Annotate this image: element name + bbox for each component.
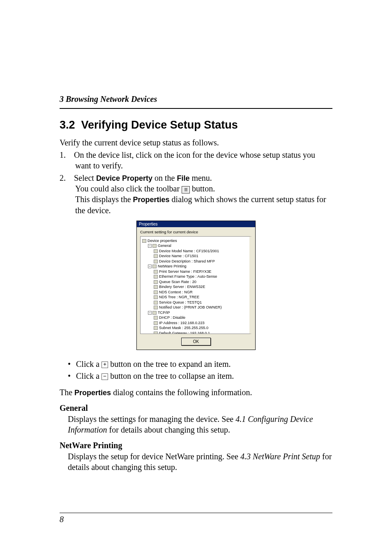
user-icon — [154, 306, 158, 309]
tree-icon-leaf — [154, 290, 158, 294]
tree-item[interactable]: Default Gateway : 192.168.0.1 — [154, 331, 249, 334]
header-rule — [60, 108, 332, 109]
tree-item[interactable]: NDS Context : NGR — [154, 290, 249, 295]
collapse-icon[interactable]: − — [148, 265, 152, 268]
tree-item[interactable]: Bindery Server : ENWS32E — [154, 284, 249, 290]
menu-name: File — [177, 174, 189, 182]
tree-item[interactable]: Device Name : CF1501 — [154, 253, 249, 259]
minus-icon: − — [101, 373, 108, 380]
toolbar-properties-icon: ☰ — [182, 186, 190, 193]
step-2: 2. Select Device Property on the File me… — [60, 173, 332, 216]
tree-item[interactable]: Queue Scan Rate : 20 — [154, 279, 249, 285]
box-icon — [154, 321, 158, 325]
tree-item[interactable]: Print Server Name : FIERYX3E — [154, 269, 249, 274]
ok-button[interactable]: OK — [181, 338, 211, 345]
intro-text: Verify the current device setup status a… — [60, 137, 332, 148]
queue-icon — [154, 301, 158, 304]
dialog-name: Properties — [74, 389, 111, 397]
tree-icon-leaf — [154, 295, 158, 299]
tree-item[interactable]: Notified User : (PRINT JOB OWNER) — [154, 305, 249, 310]
box-icon — [154, 326, 158, 330]
dialog-name: Properties — [133, 196, 170, 204]
general-body: Displays the settings for managing the d… — [68, 414, 332, 435]
tree-netware[interactable]: −NetWare Printing Print Server Name : FI… — [148, 264, 249, 310]
bullet-collapse: Click a − button on the tree to collapse… — [60, 370, 332, 382]
box-icon — [154, 316, 158, 320]
tree-item[interactable]: Device Model Name : CF1501/2001 — [154, 249, 249, 254]
plus-icon: + — [101, 362, 108, 368]
bullet-expand: Click a + button on the tree to expand a… — [60, 358, 332, 370]
step-number: 1. — [60, 150, 66, 159]
step-text: On the device list, click on the icon fo… — [74, 150, 315, 170]
clock-icon — [154, 280, 158, 284]
tree-item[interactable]: Service Queue : TESTQ1 — [154, 300, 249, 305]
general-heading: General — [60, 403, 332, 413]
page-number: 8 — [60, 513, 332, 524]
tree-item[interactable]: IP Address : 192.168.0.223 — [154, 320, 249, 326]
dialog-titlebar: Properties — [137, 221, 255, 227]
tree-root[interactable]: Device properties −General Device Model … — [142, 238, 249, 334]
tree-item[interactable]: Ethernet Frame Type : Auto-Sense — [154, 274, 249, 279]
running-header: 3 Browsing Network Devices — [60, 94, 332, 104]
server-icon — [154, 285, 158, 289]
tree-item[interactable]: Subnet Mask : 255.255.255.0 — [154, 325, 249, 331]
section-heading: Verifying Device Setup Status — [81, 119, 238, 131]
tree-tcpip[interactable]: −TCP/IP DHCP : Disable IP Address : 192.… — [148, 310, 249, 334]
section-title: 3.2 Verifying Device Setup Status — [60, 119, 332, 131]
info-line: The Properties dialog contains the follo… — [60, 387, 332, 398]
tree-item[interactable]: NDS Tree : NGR_TREE — [154, 295, 249, 300]
tree-item[interactable]: DHCP : Disable — [154, 315, 249, 320]
doc-icon — [142, 239, 146, 243]
properties-dialog-screenshot: Properties Current setting for current d… — [60, 221, 332, 350]
route-icon — [154, 332, 158, 334]
netware-heading: NetWare Printing — [60, 441, 332, 450]
netware-body: Displays the setup for device NetWare pr… — [68, 451, 332, 472]
printer-icon — [154, 270, 158, 274]
collapse-icon[interactable]: − — [148, 311, 152, 315]
tree-item[interactable]: Device Description : Shared MFP — [154, 259, 249, 264]
step-number: 2. — [60, 173, 66, 182]
monitor-icon — [154, 249, 158, 253]
globe-icon — [152, 311, 157, 315]
tree-general[interactable]: −General Device Model Name : CF1501/2001… — [148, 243, 249, 264]
tag-icon — [154, 260, 158, 263]
card-icon — [154, 275, 158, 279]
xref-netware: 4.3 NetWare Print Setup — [240, 452, 320, 461]
n-icon — [152, 265, 157, 268]
folder-icon — [152, 244, 157, 248]
tag-icon — [154, 254, 158, 258]
section-number: 3.2 — [60, 119, 75, 131]
step-text: Select — [74, 173, 96, 182]
collapse-icon[interactable]: − — [148, 244, 152, 248]
menu-item: Device Property — [96, 174, 152, 182]
dialog-caption: Current setting for current device — [137, 227, 255, 235]
step-1: 1. On the device list, click on the icon… — [60, 150, 332, 171]
tree-panel[interactable]: Device properties −General Device Model … — [140, 236, 252, 334]
